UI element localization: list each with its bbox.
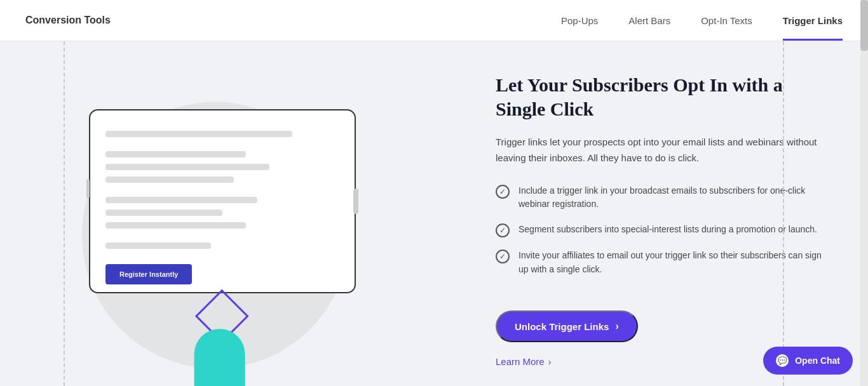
tablet-line-4 [105, 176, 234, 183]
chat-bubble-icon [776, 354, 789, 367]
tab-alertbars[interactable]: Alert Bars [628, 0, 670, 41]
tablet-line-1 [105, 131, 292, 137]
feature-item-3: Invite your affiliates to email out your… [496, 249, 822, 276]
page-heading: Let Your Subscribers Opt In with a Singl… [496, 73, 822, 121]
open-chat-label: Open Chat [795, 356, 840, 366]
check-icon-1 [496, 185, 510, 199]
nav-tabs: Pop-Ups Alert Bars Opt-In Texts Trigger … [561, 0, 843, 41]
unlock-trigger-links-button[interactable]: Unlock Trigger Links › [496, 310, 638, 342]
learn-more-label: Learn More [496, 356, 545, 367]
avatar-shape [194, 329, 245, 386]
tablet-line-2 [105, 151, 246, 157]
feature-item-1: Include a trigger link in your broadcast… [496, 184, 822, 211]
feature-text-3: Invite your affiliates to email out your… [519, 249, 822, 276]
unlock-btn-label: Unlock Trigger Links [515, 321, 609, 332]
learn-more-arrow-icon: › [548, 357, 552, 367]
feature-item-2: Segment subscribers into special-interes… [496, 223, 822, 237]
illustration-panel: Register Instantly [0, 41, 458, 386]
feature-text-1: Include a trigger link in your broadcast… [519, 184, 822, 211]
dashed-line-right [783, 41, 784, 386]
feature-list: Include a trigger link in your broadcast… [496, 184, 822, 288]
nav-bar: Conversion Tools Pop-Ups Alert Bars Opt-… [0, 0, 868, 41]
tablet-line-3 [105, 164, 269, 170]
tab-popups[interactable]: Pop-Ups [561, 0, 598, 41]
text-panel: Let Your Subscribers Opt In with a Singl… [458, 41, 860, 386]
page-description: Trigger links let your prospects opt int… [496, 135, 822, 166]
tablet-power-button [353, 189, 358, 214]
tab-triggerlinks[interactable]: Trigger Links [783, 0, 843, 41]
nav-logo: Conversion Tools [25, 15, 111, 26]
open-chat-button[interactable]: Open Chat [763, 347, 853, 375]
tablet-line-7 [105, 222, 246, 229]
scrollbar[interactable] [860, 0, 868, 386]
tablet-line-5 [105, 197, 257, 203]
tablet-line-6 [105, 210, 222, 216]
tablet-illustration: Register Instantly [89, 109, 356, 293]
tablet-side-button [86, 179, 90, 198]
main-content: Register Instantly Let Your Subscribers … [0, 41, 860, 386]
tablet-line-8 [105, 243, 211, 249]
check-icon-2 [496, 223, 510, 237]
scrollbar-thumb [860, 0, 868, 51]
register-button-illustration: Register Instantly [105, 264, 192, 284]
check-icon-3 [496, 250, 510, 263]
unlock-btn-arrow-icon: › [615, 321, 618, 332]
feature-text-2: Segment subscribers into special-interes… [519, 223, 817, 237]
tab-optintexts[interactable]: Opt-In Texts [701, 0, 752, 41]
